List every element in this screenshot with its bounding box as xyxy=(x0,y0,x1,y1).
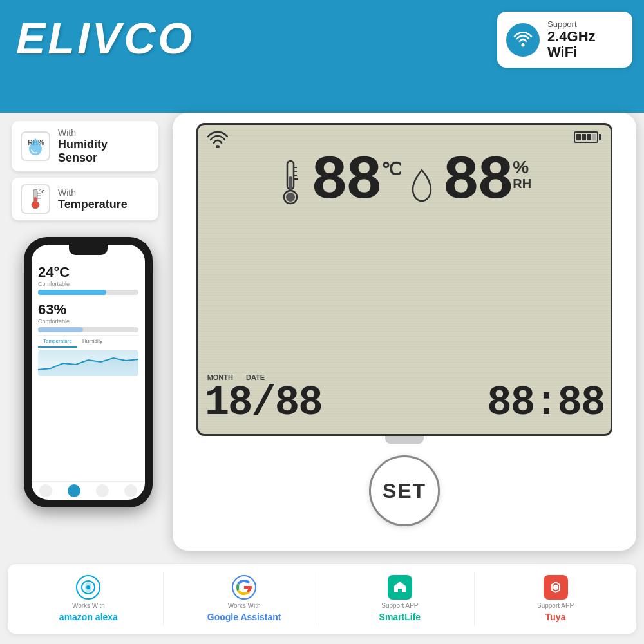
svg-point-10 xyxy=(216,145,220,148)
phone-temp-label: Comfortable xyxy=(38,281,138,287)
phone-bottom-nav xyxy=(32,481,145,500)
phone-humidity-display: 63% Comfortable xyxy=(38,301,138,332)
device-display-area: 88 ℃ 88 % RH xyxy=(173,113,636,551)
phone-humidity-label: Comfortable xyxy=(38,318,138,325)
tuya-works-label: Support APP xyxy=(537,602,574,609)
lcd-main-readings: 88 ℃ 88 % RH xyxy=(198,151,611,213)
humidity-icon: RH% xyxy=(26,136,44,156)
google-works-label: Works With xyxy=(228,602,261,609)
temperature-icon-box: °C xyxy=(21,184,50,214)
lcd-thermometer-icon xyxy=(278,158,303,210)
phone-nav-dot-4 xyxy=(124,484,137,497)
phone-humidity-bar xyxy=(38,327,138,332)
tuya-badge: Support APP Tuya xyxy=(481,572,630,626)
lcd-temp-digits-group: 88 ℃ xyxy=(311,151,401,213)
lcd-datetime-section: MONTH DATE 18/88 88:88 xyxy=(198,374,611,424)
phone-nav-dot-1 xyxy=(39,484,52,497)
svg-point-4 xyxy=(32,201,39,209)
humidity-feature-name: Humidity Sensor xyxy=(58,138,149,165)
lcd-date-section: MONTH DATE 18/88 xyxy=(205,374,322,424)
svg-point-24 xyxy=(553,585,558,590)
phone-chart xyxy=(38,350,138,376)
lcd-temp-digits: 88 xyxy=(311,151,380,213)
phone-tabs: Temperature Humidity xyxy=(38,335,138,348)
lcd-drop-icon xyxy=(410,167,433,204)
humidity-icon-box: RH% xyxy=(21,131,50,161)
feature-badges-list: RH% With Humidity Sensor °C With Te xyxy=(12,121,158,220)
humidity-sensor-badge: RH% With Humidity Sensor xyxy=(12,121,158,171)
wifi-support-label: Support xyxy=(547,19,620,29)
lcd-percent: % xyxy=(513,158,531,176)
phone-temp-value: 24°C xyxy=(38,264,138,281)
set-button-label: SET xyxy=(383,479,426,503)
google-brand-name: Google Assistant xyxy=(207,612,281,623)
tuya-brand-name: Tuya xyxy=(545,612,566,623)
google-badge: Works With Google Assistant xyxy=(170,572,319,626)
phone-temp-bar-fill xyxy=(38,290,106,295)
google-icon xyxy=(232,575,256,600)
temperature-feature-name: Temperature xyxy=(58,198,128,211)
set-button[interactable]: SET xyxy=(369,455,440,526)
smartlife-badge: Support APP SmartLife xyxy=(326,572,475,626)
svg-point-14 xyxy=(286,193,295,202)
wifi-icon-circle xyxy=(506,23,540,57)
device-outer-body: 88 ℃ 88 % RH xyxy=(173,113,636,551)
temperature-with-label: With xyxy=(58,187,128,198)
alexa-brand-name: amazon alexa xyxy=(59,612,118,623)
phone-nav-dot-2 xyxy=(68,484,80,497)
temperature-badge: °C With Temperature xyxy=(12,178,158,220)
phone-temp-bar xyxy=(38,290,138,295)
wifi-text-block: Support 2.4GHz WiFi xyxy=(547,19,620,60)
temperature-icon: °C xyxy=(26,188,44,210)
phone-tab-temperature[interactable]: Temperature xyxy=(38,336,77,348)
humidity-text: With Humidity Sensor xyxy=(58,128,149,165)
smartlife-icon xyxy=(388,575,412,600)
phone-nav-dot-3 xyxy=(96,484,109,497)
tuya-icon xyxy=(544,575,568,600)
alexa-works-label: Works With xyxy=(72,602,105,609)
wifi-frequency: 2.4GHz WiFi xyxy=(547,29,620,60)
lcd-humidity-digits-group: 88 % RH xyxy=(442,151,531,213)
svg-point-21 xyxy=(86,585,90,589)
lcd-screen: 88 ℃ 88 % RH xyxy=(196,123,613,436)
wifi-icon xyxy=(513,32,533,48)
phone-outer: 24°C Comfortable 63% Comfortable Tempera… xyxy=(24,237,153,507)
lcd-rh: RH xyxy=(513,176,531,191)
compatibility-badges: Works With amazon alexa Works With Googl… xyxy=(8,564,636,634)
phone-humidity-bar-fill xyxy=(38,327,83,332)
phone-notch xyxy=(69,245,108,255)
wifi-support-badge: Support 2.4GHz WiFi xyxy=(497,12,632,68)
temperature-text: With Temperature xyxy=(58,187,128,211)
phone-temp-display: 24°C Comfortable xyxy=(38,264,138,295)
phone-screen: 24°C Comfortable 63% Comfortable Tempera… xyxy=(32,245,145,500)
lcd-humidity-digits: 88 xyxy=(442,151,511,213)
lcd-wifi-icon xyxy=(207,131,228,152)
smartlife-brand-name: SmartLife xyxy=(379,612,421,623)
alexa-icon xyxy=(76,575,100,600)
phone-mockup-area: 24°C Comfortable 63% Comfortable Tempera… xyxy=(9,237,167,553)
alexa-badge: Works With amazon alexa xyxy=(14,572,164,626)
humidity-with-label: With xyxy=(58,128,149,138)
lcd-date-digits: 18/88 xyxy=(205,383,322,424)
phone-tab-humidity[interactable]: Humidity xyxy=(77,336,108,348)
phone-humidity-value: 63% xyxy=(38,301,138,318)
lcd-battery-icon xyxy=(574,131,601,143)
lcd-temp-unit: ℃ xyxy=(381,158,401,180)
phone-app-content: 24°C Comfortable 63% Comfortable Tempera… xyxy=(32,259,145,481)
lcd-time-digits: 88:88 xyxy=(487,383,604,424)
svg-point-0 xyxy=(522,43,525,46)
svg-rect-12 xyxy=(289,176,292,191)
svg-text:°C: °C xyxy=(39,189,44,194)
svg-rect-22 xyxy=(399,589,401,592)
brand-logo: ELIVCO xyxy=(16,13,194,63)
smartlife-works-label: Support APP xyxy=(381,602,418,609)
